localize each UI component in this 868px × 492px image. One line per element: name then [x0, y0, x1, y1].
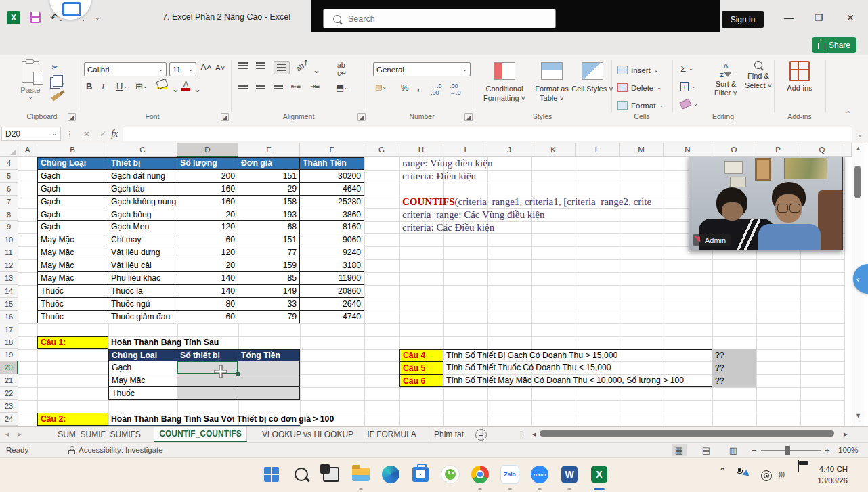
align-right-icon[interactable]	[274, 83, 283, 89]
sheet-prev-icon[interactable]: ◂	[5, 430, 9, 439]
increase-font-icon[interactable]: A˄	[200, 62, 212, 72]
normal-view-icon[interactable]: ▦	[672, 444, 687, 456]
cell-C10[interactable]: Chỉ may	[108, 233, 177, 246]
cell-B7[interactable]: Gạch	[37, 196, 108, 208]
col-header-O[interactable]: O	[712, 143, 756, 157]
increase-decimal-icon[interactable]: ←.0.00	[431, 83, 442, 96]
autosum-button[interactable]: Σ⌄	[680, 62, 708, 75]
col-header-J[interactable]: J	[487, 143, 531, 157]
col-header-I[interactable]: I	[443, 143, 487, 157]
scroll-down-icon[interactable]: ▼	[852, 412, 864, 419]
cau1-label[interactable]: Câu 1:	[37, 336, 108, 349]
row-header-17[interactable]: 17	[0, 323, 18, 336]
cell-C12[interactable]: Vật liệu cải	[108, 259, 177, 272]
cell-D9[interactable]: 120	[177, 221, 238, 234]
cau1-table-header[interactable]: Số thiết bị	[177, 349, 238, 362]
align-top-icon[interactable]	[238, 62, 248, 69]
cell-C15[interactable]: Thuốc ngủ	[108, 298, 177, 311]
cell-C14[interactable]: Thuốc lá	[108, 285, 177, 298]
collapse-ribbon-icon[interactable]: ⌃	[845, 110, 851, 118]
cell-E13[interactable]: 85	[238, 272, 300, 285]
question-label-Câu6[interactable]: Câu 6	[399, 374, 443, 387]
cell-D8[interactable]: 20	[177, 208, 238, 221]
cell-C20[interactable]: Gạch	[108, 361, 177, 374]
cell-F6[interactable]: 4640	[300, 183, 364, 196]
format-as-table-button[interactable]: Format as Table ˅	[529, 62, 574, 103]
delete-cells-button[interactable]: Delete⌄	[617, 81, 670, 94]
zoom-level[interactable]: 100%	[838, 446, 858, 454]
cell-C7[interactable]: Gạch không nung	[108, 196, 177, 208]
underline-icon[interactable]: U⌄	[116, 81, 127, 91]
cell-C5[interactable]: Gạch đất nung	[108, 170, 177, 183]
fill-color-dropdown[interactable]: ⌄	[172, 84, 179, 94]
question-result[interactable]: ??	[712, 374, 756, 387]
font-color-icon[interactable]: A	[181, 80, 190, 91]
orientation-dropdown[interactable]: ⌄	[313, 65, 320, 75]
cell-B14[interactable]: Thuốc	[37, 285, 108, 298]
format-painter-icon[interactable]	[51, 95, 61, 99]
merge-center-icon[interactable]: ⬒⌄	[336, 83, 349, 93]
col-header-E[interactable]: E	[238, 143, 300, 157]
sheet-next-icon[interactable]: ▸	[18, 430, 22, 439]
cell-C6[interactable]: Gạch tàu	[108, 183, 177, 196]
search-input[interactable]: Search	[323, 9, 556, 28]
number-format-select[interactable]: General⌄	[373, 62, 471, 76]
cancel-formula-icon[interactable]: ✕	[83, 129, 90, 139]
cell-E10[interactable]: 151	[238, 233, 300, 246]
row-header-23[interactable]: 23	[0, 400, 18, 413]
main-table-header[interactable]: Số lượng	[177, 157, 238, 170]
cell-F9[interactable]: 8160	[300, 221, 364, 234]
font-size-select[interactable]: 11⌄	[169, 62, 196, 76]
cell-E14[interactable]: 149	[238, 285, 300, 298]
sort-filter-button[interactable]: AZ Sort & Filter ˅	[708, 61, 743, 98]
row-header-6[interactable]: 6	[0, 183, 18, 196]
increase-indent-icon[interactable]: ⇥≡	[310, 83, 320, 90]
cell-B9[interactable]: Gạch	[37, 221, 108, 234]
row-header-14[interactable]: 14	[0, 285, 18, 298]
row-header-13[interactable]: 13	[0, 272, 18, 285]
cau2-label[interactable]: Câu 2:	[37, 413, 108, 426]
orientation-icon[interactable]: ab↗	[294, 58, 311, 74]
sheet-tab-Phim-tat[interactable]: Phim tat	[416, 427, 483, 442]
sheet-tab-SUM_SUMIF_SUMIFS[interactable]: SUM_SUMIF_SUMIFS	[31, 427, 168, 442]
col-header-P[interactable]: P	[756, 143, 800, 157]
col-header-G[interactable]: G	[364, 143, 399, 157]
cell-E15[interactable]: 33	[238, 298, 300, 311]
cell-E7[interactable]: 158	[238, 196, 300, 208]
align-left-icon[interactable]	[238, 83, 248, 89]
cell-F5[interactable]: 30200	[300, 170, 364, 183]
row-header-12[interactable]: 12	[0, 259, 18, 272]
cell-E5[interactable]: 151	[238, 170, 300, 183]
new-sheet-button[interactable]: +	[475, 429, 487, 441]
cell-B15[interactable]: Thuốc	[37, 298, 108, 311]
question-result[interactable]: ??	[712, 361, 756, 374]
row-header-24[interactable]: 24	[0, 413, 18, 426]
cell-D5[interactable]: 200	[177, 170, 238, 183]
col-header-A[interactable]: A	[18, 143, 37, 157]
paste-button[interactable]: Paste⌄	[16, 61, 45, 106]
cell-E11[interactable]: 77	[238, 246, 300, 259]
col-header-L[interactable]: L	[576, 143, 620, 157]
col-header-D[interactable]: D	[177, 143, 238, 157]
percent-icon[interactable]: %	[401, 83, 409, 93]
minimize-button[interactable]: —	[784, 12, 794, 23]
main-table-header[interactable]: Thành Tiền	[300, 157, 364, 170]
main-table-header[interactable]: Đơn giá	[238, 157, 300, 170]
zoom-out-icon[interactable]: −	[752, 445, 757, 455]
excel-app-icon[interactable]	[7, 11, 20, 24]
cell-B11[interactable]: May Mặc	[37, 246, 108, 259]
comma-style-icon[interactable]: ,	[417, 83, 420, 93]
cell-B8[interactable]: Gạch	[37, 208, 108, 221]
expand-formula-bar-icon[interactable]: ⌄	[856, 129, 863, 139]
search-icon[interactable]	[290, 464, 312, 485]
cell-B13[interactable]: May Mặc	[37, 272, 108, 285]
row-header-16[interactable]: 16	[0, 311, 18, 323]
cell-F15[interactable]: 2640	[300, 298, 364, 311]
cell-E20[interactable]	[238, 361, 300, 374]
align-center-icon[interactable]	[256, 83, 265, 89]
bold-icon[interactable]: B	[86, 81, 92, 91]
row-header-19[interactable]: 19	[0, 349, 18, 362]
cell-D12[interactable]: 20	[177, 259, 238, 272]
cell-D15[interactable]: 80	[177, 298, 238, 311]
find-select-button[interactable]: Find & Select ˅	[741, 61, 776, 90]
